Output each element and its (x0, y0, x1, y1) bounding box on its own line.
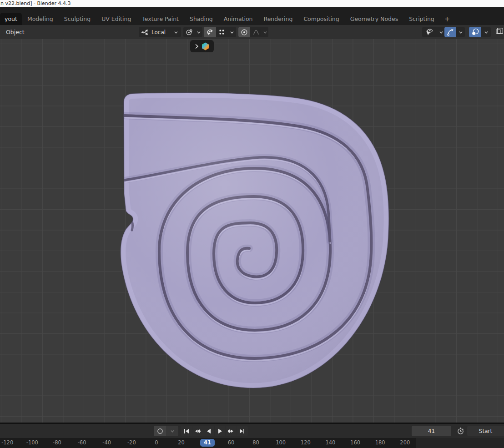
auto-keying-toggle[interactable] (154, 426, 166, 436)
pivot-point-dropdown[interactable] (183, 27, 202, 37)
mode-selector[interactable]: Object (6, 25, 25, 39)
tab-geometry-nodes[interactable]: Geometry Nodes (345, 13, 403, 25)
workspace-tabs: youtModelingSculptingUV EditingTexture P… (0, 13, 454, 25)
proportional-falloff-icon[interactable] (250, 27, 262, 37)
ruler-tick--60: -60 (78, 439, 86, 446)
viewport-3d[interactable] (0, 39, 504, 423)
snap-magnet-icon[interactable] (204, 27, 216, 37)
playback-controls (181, 426, 248, 436)
show-gizmo-icon[interactable] (444, 27, 456, 37)
play-forward-button[interactable] (215, 426, 226, 436)
rainbow-hexagon-icon (202, 42, 209, 50)
timeline-header: 41 Start (0, 424, 504, 438)
ruler-tick-100: 100 (276, 439, 286, 446)
chevron-right-icon (195, 44, 199, 49)
ruler-tick--40: -40 (102, 439, 111, 446)
ruler-tick-80: 80 (252, 439, 259, 446)
ruler-tick-20: 20 (178, 439, 185, 446)
ruler-tick-0: 0 (155, 439, 158, 446)
ruler-tick--100: -100 (26, 439, 38, 446)
snap-target-icon[interactable] (216, 27, 227, 37)
workspace-tabbar: youtModelingSculptingUV EditingTexture P… (0, 7, 504, 25)
toggle-xray-icon[interactable] (496, 27, 504, 37)
tab-shading[interactable]: Shading (184, 13, 218, 25)
tab-animation[interactable]: Animation (218, 13, 258, 25)
visibility-dropdown[interactable] (422, 27, 446, 37)
pivot-point-icon (183, 27, 195, 37)
ruler-tick--120: -120 (1, 439, 13, 446)
chevron-down-icon (171, 27, 181, 37)
snapping-group (204, 27, 236, 37)
chevron-down-icon (195, 27, 202, 37)
ruler-tick-160: 160 (350, 439, 360, 446)
playhead-badge[interactable]: 41 (200, 439, 215, 447)
transform-orientation-label: Local (151, 27, 171, 37)
show-overlays-icon[interactable] (469, 27, 481, 37)
tab-rendering[interactable]: Rendering (258, 13, 298, 25)
chevron-down-icon[interactable] (227, 27, 236, 37)
stopwatch-icon (454, 426, 466, 436)
chevron-down-icon[interactable] (166, 426, 178, 436)
ruler-tick-200: 200 (400, 439, 410, 446)
chevron-down-icon[interactable] (262, 27, 268, 37)
ruler-out-of-range-region (416, 438, 504, 448)
blender-window: n v22.blend] - Blender 4.4.3 youtModelin… (0, 0, 504, 448)
proportional-editing-icon[interactable] (238, 27, 250, 37)
auto-keying-group (154, 426, 178, 436)
ruler-tick-140: 140 (325, 439, 335, 446)
viewport-header: Object Local (0, 25, 504, 39)
ruler-tick-60: 60 (228, 439, 235, 446)
tab-scripting[interactable]: Scripting (403, 13, 440, 25)
ruler-tick-180: 180 (375, 439, 385, 446)
previous-keyframe-button[interactable] (192, 426, 203, 436)
next-keyframe-button[interactable] (226, 426, 237, 436)
current-frame-field[interactable]: 41 (412, 426, 451, 436)
timeline-ruler[interactable]: -120-100-80-60-40-2002060801001201401601… (0, 438, 504, 448)
start-frame-field[interactable]: Start (467, 426, 504, 436)
ruler-tick--80: -80 (53, 439, 61, 446)
rolled-mat-object[interactable] (0, 39, 504, 423)
tab-texture-paint[interactable]: Texture Paint (136, 13, 184, 25)
tab-yout[interactable]: yout (0, 13, 22, 25)
tab-modeling[interactable]: Modeling (22, 13, 59, 25)
chevron-down-icon[interactable] (481, 27, 491, 37)
tab-compositing[interactable]: Compositing (298, 13, 344, 25)
overlays-group (469, 27, 491, 37)
ruler-tick--20: -20 (127, 439, 136, 446)
jump-to-end-button[interactable] (237, 426, 248, 436)
jump-to-start-button[interactable] (181, 426, 192, 436)
collapsed-operator-panel[interactable] (190, 40, 214, 52)
chevron-down-icon[interactable] (456, 27, 465, 37)
transform-orientation-icon (139, 27, 151, 37)
add-workspace-button[interactable]: + (440, 13, 455, 25)
tab-uv-editing[interactable]: UV Editing (96, 13, 136, 25)
gizmos-group (444, 27, 465, 37)
tab-sculpting[interactable]: Sculpting (59, 13, 96, 25)
object-type-visibility-icon (422, 27, 436, 37)
play-reverse-button[interactable] (203, 426, 214, 436)
window-title: n v22.blend] - Blender 4.4.3 (0, 0, 504, 7)
ruler-tick-120: 120 (301, 439, 311, 446)
transform-orientation-dropdown[interactable]: Local (139, 27, 181, 37)
proportional-editing-group (238, 27, 268, 37)
